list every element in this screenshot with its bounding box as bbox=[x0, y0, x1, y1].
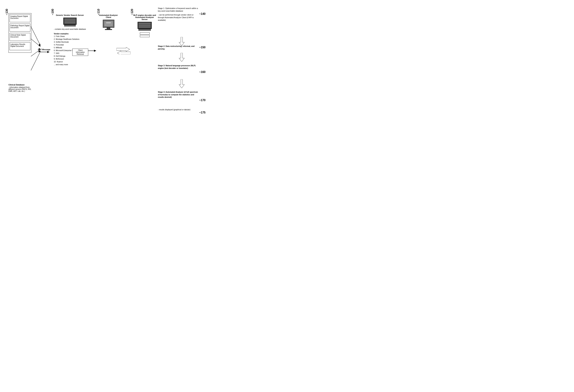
vendor-item-2: 2. Montage Healthcare Solutions bbox=[54, 38, 86, 41]
svg-marker-12 bbox=[116, 47, 130, 52]
pathology-report-label: Pathology Report Digital Document bbox=[10, 25, 29, 29]
label-130: ~130 bbox=[5, 9, 8, 15]
vendor-item-3: 3. Softek Illuminate bbox=[54, 41, 86, 43]
nlp-title: NLP engine decoder and Automated Analyze… bbox=[132, 14, 157, 20]
down-arrow-1 bbox=[178, 37, 185, 46]
imaging-report-label: Imaging Report Digital Document bbox=[10, 15, 28, 19]
svg-line-0 bbox=[31, 26, 41, 46]
clinical-db-title: Clinical Database bbox=[8, 84, 31, 86]
analyzer-icon bbox=[102, 20, 116, 30]
label-170: ~170 bbox=[199, 99, 205, 102]
svg-marker-11 bbox=[94, 50, 96, 52]
vendor-section: Generic Vendor Search Server - contains … bbox=[54, 14, 86, 66]
label-150: ~150 bbox=[199, 46, 205, 49]
svg-marker-16 bbox=[179, 79, 184, 88]
label-140: ~140 bbox=[199, 12, 205, 16]
vendor-item-4: 4. Primordial bbox=[54, 43, 86, 46]
vendor-item-1: 1. Folio Views bbox=[54, 35, 86, 38]
stage5-block: - results displayed (graphical or tabula… bbox=[158, 108, 198, 111]
stage3-title: Stage 3: Natural language processor (NLP… bbox=[158, 64, 198, 69]
client-info-box: Client Information Retrieval bbox=[72, 49, 88, 56]
svg-marker-9 bbox=[47, 51, 49, 53]
label-160: ~160 bbox=[199, 71, 205, 74]
analyzer-section: Automated Analyzer Client bbox=[99, 14, 118, 30]
clinical-database-box: Imaging Report Digital Document Patholog… bbox=[8, 13, 31, 53]
pathology-report-box: Pathology Report Digital Document bbox=[10, 24, 30, 32]
nlp-icon bbox=[137, 22, 153, 32]
hl7-arrow-svg bbox=[38, 50, 52, 54]
diagonal-arrows-svg bbox=[31, 21, 41, 74]
vendor-examples-title: Vendor examples: bbox=[54, 33, 86, 35]
svg-marker-13 bbox=[117, 51, 131, 54]
vendor-server-icon bbox=[63, 18, 77, 27]
lab-results-label: Laboratory Results Digital Document bbox=[10, 43, 25, 47]
down-arrow-3 bbox=[178, 79, 185, 88]
stage1-desc: - can be performed through vendor client… bbox=[158, 14, 198, 21]
stage4-block: Stage 4: Automated Analyzer (A full spec… bbox=[158, 91, 198, 98]
imaging-report-box: Imaging Report Digital Document bbox=[10, 14, 30, 22]
label-175: ~175 bbox=[199, 111, 205, 114]
clinical-db-description: - information obtained from different se… bbox=[8, 86, 31, 92]
lab-results-box: Laboratory Results Digital Document bbox=[10, 42, 30, 50]
analyzer-title: Automated Analyzer Client bbox=[99, 14, 118, 18]
vendor-description: - contains key-word searchable database bbox=[54, 28, 86, 30]
clinical-note-label: Clinical Note Digital Document bbox=[10, 34, 26, 38]
analyzer-nlp-arrows bbox=[116, 47, 131, 54]
nlp-section: NLP engine decoder and Automated Analyze… bbox=[132, 14, 157, 38]
down-arrow-2 bbox=[178, 53, 185, 62]
vendor-item-more: ... and many more bbox=[54, 63, 86, 66]
clinical-note-box: Clinical Note Digital Document bbox=[10, 33, 30, 41]
svg-line-6 bbox=[31, 51, 41, 71]
nlp-output-2 bbox=[140, 35, 150, 37]
svg-marker-14 bbox=[179, 37, 184, 46]
clinical-db-footer: Clinical Database - information obtained… bbox=[8, 84, 31, 92]
stage1-block: Stage 1: Optimization of keyword search … bbox=[158, 7, 198, 21]
stage5-desc: - results displayed (graphical or tabula… bbox=[158, 108, 198, 111]
vendor-item-10: 10. Nuance bbox=[54, 60, 86, 63]
vendor-item-9: 9. McKesson bbox=[54, 58, 86, 60]
stage2-block: Stage 2: Data restructuring, reformat, a… bbox=[158, 45, 198, 50]
stage4-title: Stage 4: Automated Analyzer (A full spec… bbox=[158, 91, 198, 98]
nlp-output-1 bbox=[140, 32, 150, 35]
stage3-block: Stage 3: Natural language processor (NLP… bbox=[158, 64, 198, 69]
svg-marker-15 bbox=[179, 53, 184, 62]
client-to-analyzer-arrow bbox=[88, 49, 99, 53]
stage2-title: Stage 2: Data restructuring, reformat, a… bbox=[158, 45, 198, 50]
stage1-title: Stage 1: Optimization of keyword search … bbox=[158, 7, 198, 12]
vendor-title: Generic Vendor Search Server bbox=[54, 14, 86, 16]
diagram-container: ~130 Imaging Report Digital Document Pat… bbox=[3, 3, 208, 141]
